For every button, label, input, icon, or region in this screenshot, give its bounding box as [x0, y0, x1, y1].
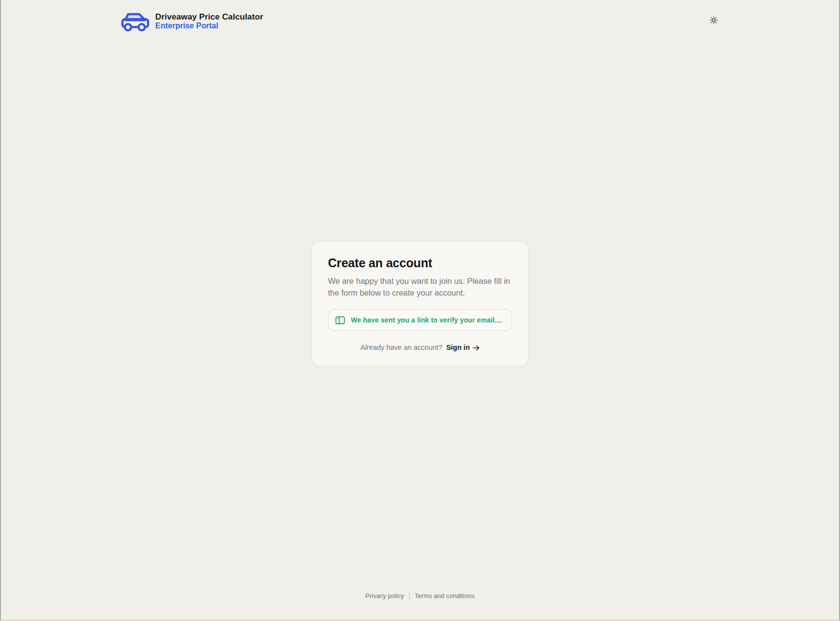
arrow-right-icon — [472, 343, 480, 351]
create-account-card: Create an account We are happy that you … — [312, 241, 529, 366]
footer: Privacy policy | Terms and conditions — [0, 592, 840, 600]
signin-link-label: Sign in — [446, 343, 470, 351]
brand-text: Driveaway Price Calculator Enterprise Po… — [155, 12, 263, 30]
signin-prompt: Already have an account? — [360, 343, 442, 351]
theme-toggle-button[interactable] — [708, 16, 719, 26]
sun-icon — [709, 16, 718, 27]
car-logo-icon — [121, 11, 149, 31]
signin-link[interactable]: Sign in — [446, 343, 480, 351]
signin-row: Already have an account? Sign in — [328, 343, 512, 351]
brand-subtitle: Enterprise Portal — [155, 21, 263, 30]
brand: Driveaway Price Calculator Enterprise Po… — [121, 11, 263, 31]
privacy-policy-link[interactable]: Privacy policy — [365, 592, 404, 600]
notice-text: We have sent you a link to verify your e… — [351, 316, 503, 324]
brand-title: Driveaway Price Calculator — [155, 12, 263, 21]
email-verification-notice: We have sent you a link to verify your e… — [328, 309, 512, 331]
page-title: Create an account — [328, 256, 512, 270]
mail-icon — [336, 316, 345, 324]
card-subtitle: We are happy that you want to join us. P… — [328, 275, 512, 299]
terms-link[interactable]: Terms and conditions — [415, 592, 475, 600]
footer-divider: | — [408, 592, 410, 600]
